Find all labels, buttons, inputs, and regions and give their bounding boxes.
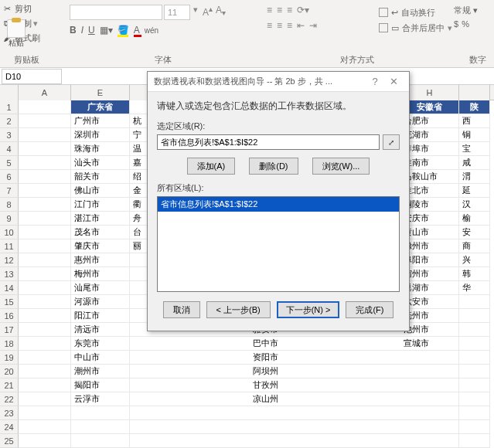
row-header[interactable]: 16 [0,309,19,323]
indent-increase-icon[interactable]: ⇥ [309,20,317,31]
delete-button[interactable]: 删除(D) [249,158,298,175]
cut-button[interactable]: ✂剪切 [2,2,63,15]
row-header[interactable]: 21 [0,378,19,392]
list-item[interactable]: 省市信息列表!$A$1:$I$22 [158,197,399,212]
row-header[interactable]: 24 [0,420,19,434]
row-header[interactable]: 20 [0,365,19,378]
finish-button[interactable]: 完成(F) [346,301,393,318]
row-header[interactable]: 12 [0,253,19,267]
header-cell: 广东省 [71,100,130,114]
dialog-title: 数据透视表和数据透视图向导 -- 第 2b 步，共 ... [154,76,332,87]
row-header[interactable]: 23 [0,406,19,420]
font-size-select[interactable] [164,5,190,20]
fill-color-button[interactable]: 🪣 [118,25,129,36]
range-picker-button[interactable]: ⤢ [383,134,400,150]
row-header[interactable]: 17 [0,323,19,337]
back-button[interactable]: < 上一步(B) [206,301,271,318]
scissors-icon: ✂ [2,3,12,14]
ribbon: ✂剪切 ⧉复制▾ 🖌格式刷 粘贴 ▾ A▴ A▾ B I U ▦▾ 🪣 A wé… [0,0,494,68]
add-button[interactable]: 添加(A) [187,158,236,175]
row-header[interactable]: 8 [0,198,19,212]
decrease-font-icon[interactable]: A▾ [216,5,226,20]
merge-center-button[interactable]: ▭合并后居中▾ [379,20,452,36]
browse-button[interactable]: 浏览(W)... [312,158,370,175]
font-group-label: 字体 [155,54,172,66]
percent-icon[interactable]: % [462,19,469,29]
row-header[interactable]: 25 [0,434,19,448]
row-header[interactable]: 19 [0,351,19,365]
align-top-icon[interactable]: ≡ [267,5,272,15]
clipboard-icon [7,19,26,38]
cancel-button[interactable]: 取消 [163,301,200,318]
increase-font-icon[interactable]: A▴ [203,5,213,20]
ranges-listbox[interactable]: 省市信息列表!$A$1:$I$22 [157,196,400,292]
dialog-close-button[interactable]: ✕ [384,76,403,87]
wrap-text-button[interactable]: ↩自动换行 [379,5,452,20]
collapse-icon: ⤢ [388,138,394,147]
font-name-select[interactable] [70,5,162,20]
underline-button[interactable]: U [88,25,95,36]
row-header[interactable]: 11 [0,239,19,253]
bold-button[interactable]: B [70,25,77,36]
number-format-group: 常规 ▾ $ % [454,5,492,29]
row-header[interactable]: 22 [0,392,19,406]
phonetic-button[interactable]: wén [145,26,158,35]
border-button[interactable]: ▦▾ [100,25,113,36]
align-center-icon[interactable]: ≡ [277,20,282,31]
row-header[interactable]: 4 [0,142,19,156]
select-all-corner[interactable] [0,85,19,100]
range-label: 选定区域(R): [157,120,400,132]
wrap-icon: ↩ [391,8,398,18]
align-middle-icon[interactable]: ≡ [277,5,282,15]
range-input[interactable] [157,134,380,150]
italic-button[interactable]: I [81,25,83,36]
row-header[interactable]: 3 [0,128,19,142]
row-header[interactable]: 5 [0,156,19,170]
align-right-icon[interactable]: ≡ [287,20,292,31]
row-header[interactable]: 9 [0,212,19,226]
name-box[interactable]: D10 [2,69,62,84]
indent-decrease-icon[interactable]: ⇤ [297,20,305,31]
font-color-button[interactable]: A [134,25,140,36]
row-header[interactable]: 7 [0,184,19,198]
number-format-select[interactable]: 常规 ▾ [454,5,492,16]
row-header[interactable]: 14 [0,281,19,295]
dialog-instruction: 请键入或选定包含汇总数据的工作表数据区域。 [157,100,400,113]
col-header-E[interactable]: E [71,85,130,100]
merge-icon: ▭ [391,23,399,33]
row-header[interactable]: 10 [0,226,19,239]
paste-button[interactable]: 粘贴 [3,15,29,53]
row-header[interactable]: 2 [0,114,19,128]
font-group: ▾ A▴ A▾ B I U ▦▾ 🪣 A wén [70,5,255,36]
align-left-icon[interactable]: ≡ [267,20,272,31]
row-header[interactable]: 6 [0,170,19,184]
clipboard-group-label: 剪贴板 [14,54,39,66]
align-group-label: 对齐方式 [340,54,374,66]
pivot-wizard-dialog: 数据透视表和数据透视图向导 -- 第 2b 步，共 ... ? ✕ 请键入或选定… [147,71,410,331]
align-bottom-icon[interactable]: ≡ [287,5,292,15]
orientation-icon[interactable]: ⟳▾ [297,5,309,15]
row-header[interactable]: 15 [0,295,19,309]
dialog-help-button[interactable]: ? [366,76,384,87]
col-header-A[interactable]: A [19,85,71,100]
row-header[interactable]: 1 [0,100,19,114]
all-ranges-label: 所有区域(L): [157,182,400,194]
currency-icon[interactable]: $ [454,19,458,29]
next-button[interactable]: 下一步(N) > [277,301,340,318]
row-header[interactable]: 18 [0,337,19,351]
row-header[interactable]: 13 [0,267,19,281]
number-group-label: 数字 [469,54,486,66]
